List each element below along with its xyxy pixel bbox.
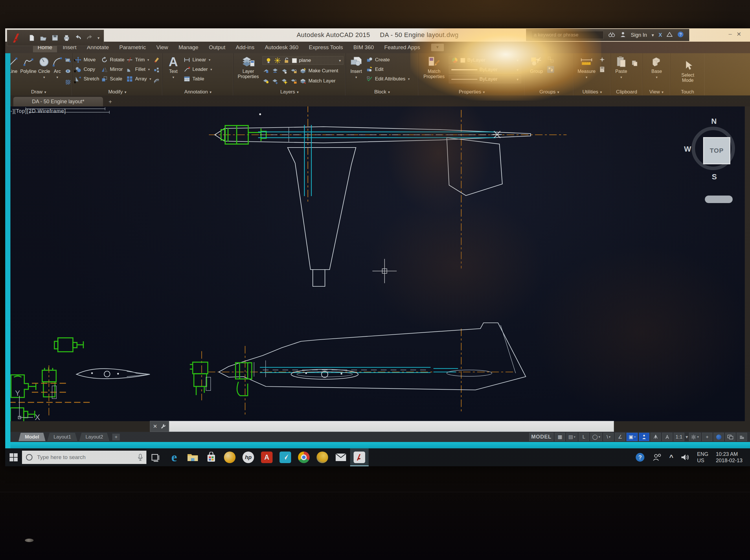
viewport-controls[interactable]: [-][Top][2D Wireframe] bbox=[9, 108, 66, 114]
panel-label-draw[interactable]: Draw▾ bbox=[5, 89, 72, 95]
open-file-icon[interactable] bbox=[40, 34, 47, 42]
linear-dimension-button[interactable]: Linear▾ bbox=[183, 56, 212, 64]
taskbar-search-input[interactable] bbox=[37, 454, 134, 461]
panel-label-utilities[interactable]: Utilities▾ bbox=[574, 89, 611, 95]
a360-icon[interactable]: X bbox=[658, 32, 662, 38]
new-layout-button[interactable]: + bbox=[112, 434, 120, 441]
adobe-reader-icon[interactable]: A bbox=[258, 448, 276, 466]
workspace-gear-button[interactable]: ▾ bbox=[689, 433, 701, 441]
tab-output[interactable]: Output bbox=[204, 42, 230, 52]
quick-calc-icon[interactable] bbox=[599, 66, 606, 73]
quick-select-icon[interactable] bbox=[599, 56, 606, 63]
object-snap-toggle[interactable]: ▣▾ bbox=[627, 433, 638, 441]
move-button[interactable]: Move bbox=[75, 56, 99, 64]
copy-button[interactable]: Copy bbox=[75, 66, 99, 73]
erase-icon[interactable] bbox=[153, 56, 160, 63]
help-icon[interactable]: ? bbox=[677, 31, 684, 39]
match-layer-button[interactable]: Match Layer bbox=[299, 77, 336, 85]
new-file-icon[interactable] bbox=[28, 34, 36, 42]
select-mode-button[interactable]: Select Mode bbox=[676, 56, 699, 87]
search-binoculars-icon[interactable] bbox=[608, 32, 615, 39]
match-properties-button[interactable]: Match Properties bbox=[421, 56, 447, 87]
edit-block-button[interactable]: Edit bbox=[366, 66, 410, 73]
store-icon[interactable] bbox=[202, 448, 220, 466]
tab-express-tools[interactable]: Express Tools bbox=[304, 42, 348, 52]
tab-autodesk360[interactable]: Autodesk 360 bbox=[260, 42, 303, 52]
panel-label-modify[interactable]: Modify▾ bbox=[72, 89, 162, 95]
start-button[interactable] bbox=[5, 453, 22, 462]
autocad-taskbar-icon[interactable] bbox=[350, 448, 369, 466]
layer-on-bulb2-icon[interactable] bbox=[262, 78, 270, 84]
document-tab-active[interactable]: DA - 50 Engine layout* bbox=[13, 97, 103, 106]
tab-addins[interactable]: Add-ins bbox=[231, 42, 259, 52]
base-button[interactable]: Base ▾ bbox=[647, 56, 666, 87]
minimize-button[interactable]: – bbox=[729, 31, 732, 38]
drawing-canvas[interactable]: Y X [-][Top][2D Wireframe] N W S TOP bbox=[5, 106, 745, 421]
tray-volume-icon[interactable] bbox=[681, 454, 690, 461]
tab-bim360[interactable]: BIM 360 bbox=[349, 42, 378, 52]
viewcube-west[interactable]: W bbox=[684, 145, 691, 154]
viewcube-top-face[interactable]: TOP bbox=[703, 137, 730, 164]
circle-button[interactable]: Circle ▾ bbox=[38, 56, 50, 87]
polar-tracking-toggle[interactable]: ◯▾ bbox=[590, 433, 603, 441]
infocenter-search-input[interactable] bbox=[531, 31, 604, 39]
stretch-button[interactable]: Stretch bbox=[75, 75, 99, 83]
tab-view[interactable]: View bbox=[152, 42, 173, 52]
layer-lock-icon[interactable] bbox=[290, 67, 297, 74]
tab-featured-apps[interactable]: Featured Apps bbox=[380, 42, 425, 52]
graphics-performance-button[interactable] bbox=[713, 433, 724, 441]
layer-properties-button[interactable]: Layer Properties bbox=[236, 56, 261, 87]
layout-tab-layout1[interactable]: Layout1 bbox=[47, 433, 78, 441]
panel-label-layers[interactable]: Layers▾ bbox=[234, 89, 346, 95]
command-customize-wrench-icon[interactable] bbox=[160, 423, 166, 429]
tray-people-icon[interactable] bbox=[652, 453, 662, 461]
make-current-button[interactable]: Make Current bbox=[299, 67, 338, 75]
paint3d-icon[interactable] bbox=[276, 448, 295, 466]
grid-toggle[interactable]: ▦ bbox=[555, 433, 565, 441]
norton-icon[interactable] bbox=[313, 448, 332, 466]
panel-label-touch[interactable]: Touch bbox=[670, 89, 705, 95]
file-explorer-icon[interactable] bbox=[183, 448, 202, 466]
viewcube-north[interactable]: N bbox=[711, 117, 717, 126]
trim-button[interactable]: Trim▾ bbox=[126, 56, 151, 64]
panel-label-properties[interactable]: Properties▾ bbox=[419, 89, 525, 95]
layer-thaw-sun-icon[interactable] bbox=[281, 78, 288, 84]
viewcube[interactable]: N W S TOP bbox=[688, 118, 743, 214]
annotation-visibility-toggle[interactable] bbox=[650, 433, 661, 441]
exchange-apps-icon[interactable] bbox=[667, 32, 672, 38]
undo-icon[interactable] bbox=[74, 34, 82, 42]
command-close-icon[interactable]: ✕ bbox=[153, 423, 157, 429]
object-color-select[interactable]: ByLayer▾ bbox=[449, 56, 521, 64]
command-line-grip[interactable]: ✕ bbox=[150, 421, 169, 432]
tab-manage[interactable]: Manage bbox=[174, 42, 203, 52]
viewcube-wcs-menu[interactable] bbox=[705, 196, 733, 203]
annotation-scale-select[interactable]: 1:1 bbox=[674, 433, 685, 441]
scale-button[interactable]: Scale bbox=[101, 75, 124, 83]
panel-label-groups[interactable]: Groups▾ bbox=[525, 89, 573, 95]
measure-button[interactable]: Measure ▾ bbox=[576, 56, 597, 87]
clean-screen-button[interactable] bbox=[725, 433, 735, 441]
snap-toggle[interactable]: ▤▾ bbox=[566, 433, 577, 441]
arc-button[interactable]: Arc ▾ bbox=[52, 56, 63, 87]
layer-off-icon[interactable] bbox=[262, 67, 270, 74]
group-edit-icon[interactable] bbox=[547, 66, 554, 73]
create-block-button[interactable]: Create bbox=[366, 56, 410, 64]
tray-overflow-chevron[interactable]: ^ bbox=[669, 453, 673, 461]
text-button[interactable]: A Text ▾ bbox=[165, 56, 182, 87]
linetype-select[interactable]: ByLayer▾ bbox=[449, 75, 521, 83]
save-icon[interactable] bbox=[51, 34, 59, 42]
viewcube-south[interactable]: S bbox=[712, 173, 717, 181]
ungroup-icon[interactable] bbox=[547, 56, 554, 63]
task-view-button[interactable] bbox=[146, 448, 165, 466]
rotate-button[interactable]: Rotate bbox=[101, 56, 124, 64]
layer-dropdown-icon[interactable]: ▾ bbox=[339, 58, 341, 63]
hatch-icon[interactable] bbox=[64, 79, 72, 86]
explode-icon[interactable] bbox=[153, 66, 160, 74]
close-button[interactable]: ✕ bbox=[736, 31, 741, 38]
layout-tab-model[interactable]: Model bbox=[19, 433, 45, 441]
fillet-button[interactable]: Fillet▾ bbox=[126, 66, 151, 73]
tray-language[interactable]: ENGUS bbox=[697, 451, 708, 464]
copy-clip-icon[interactable] bbox=[631, 60, 638, 66]
signin-dropdown-icon[interactable]: ▾ bbox=[652, 33, 654, 38]
tray-help-icon[interactable]: ? bbox=[635, 453, 645, 462]
